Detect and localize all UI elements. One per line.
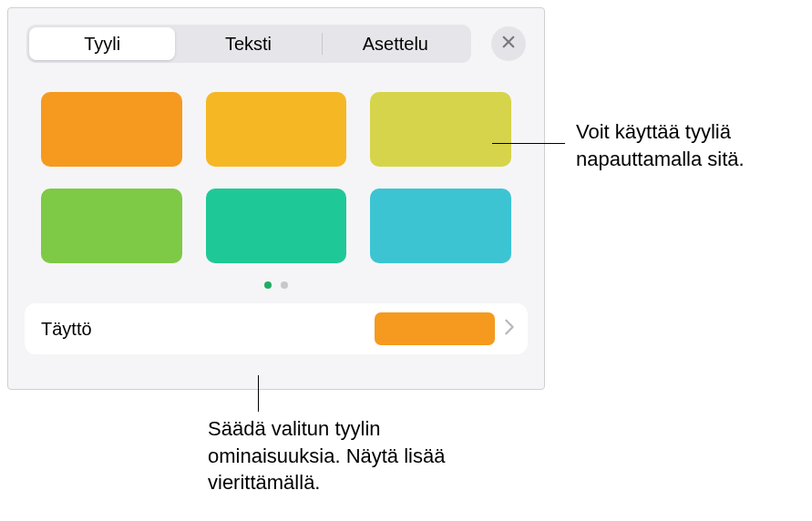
style-swatch-orange[interactable] [41,92,182,167]
fill-row[interactable]: Täyttö [25,303,528,354]
callout-line [492,143,565,144]
fill-right-group [375,312,515,345]
callout-line [258,375,259,412]
style-swatch-cyan[interactable] [370,189,511,263]
style-swatch-green[interactable] [41,189,182,263]
style-swatch-olive[interactable] [370,92,511,167]
close-icon [500,34,517,55]
topbar: Tyyli Teksti Asettelu [8,8,544,72]
page-indicator [8,274,544,298]
tab-segmented-control: Tyyli Teksti Asettelu [26,25,471,63]
chevron-right-icon [504,319,515,339]
tab-layout[interactable]: Asettelu [323,27,468,60]
style-swatch-grid [8,72,544,274]
page-dot-1[interactable] [264,281,272,289]
style-swatch-amber[interactable] [206,92,347,167]
callout-tap-style: Voit käyttää tyyliä napauttamalla sitä. [576,118,804,172]
tab-text[interactable]: Teksti [175,27,321,60]
style-swatch-teal[interactable] [206,189,347,263]
page-dot-2[interactable] [281,281,288,289]
fill-label: Täyttö [41,319,92,340]
callout-adjust-properties: Säädä valitun tyylin ominaisuuksia. Näyt… [208,415,499,496]
format-popover: Tyyli Teksti Asettelu Täyttö [7,7,545,390]
fill-color-preview [375,312,495,345]
close-button[interactable] [491,26,526,61]
tab-style[interactable]: Tyyli [29,27,175,60]
